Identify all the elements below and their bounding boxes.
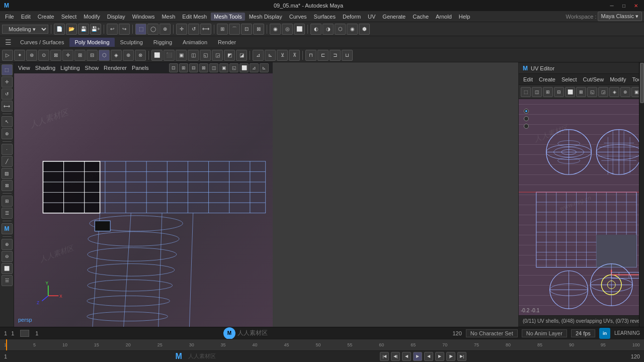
uv-menu-cutsew[interactable]: Cut/Sew [581, 76, 607, 83]
menu-edit[interactable]: Edit [18, 13, 34, 21]
menu-edit-mesh[interactable]: Edit Mesh [179, 13, 210, 21]
tool-icon-19[interactable]: ◩ [224, 50, 235, 61]
tool-icon-16[interactable]: ◫ [188, 50, 199, 61]
uv-tb-4[interactable]: ⊟ [554, 87, 564, 97]
tool-icon-9[interactable]: ⬡ [99, 50, 110, 61]
tab-rigging[interactable]: Rigging [148, 38, 177, 47]
lt-scale[interactable]: ⟷ [2, 101, 13, 112]
vp-menu-panels[interactable]: Panels [132, 65, 149, 71]
snap-point-btn[interactable]: ⊡ [241, 24, 252, 35]
workspace-dropdown[interactable]: Maya Classic ▾ [598, 12, 642, 21]
tool-icon-15[interactable]: ▣ [176, 50, 187, 61]
vp-menu-renderer[interactable]: Renderer [104, 65, 127, 71]
uv-tb-8[interactable]: ◲ [598, 87, 608, 97]
tool-icon-11[interactable]: ⊕ [123, 50, 134, 61]
snap-curve-btn[interactable]: ⌒ [229, 24, 240, 35]
vp-tool9[interactable]: ⊿ [250, 63, 259, 72]
timeline-ruler[interactable]: 1510152025 303540455055 606570758085 909… [0, 339, 644, 350]
menu-mesh-tools[interactable]: Mesh Tools [211, 13, 245, 21]
lt-plus[interactable]: ⊕ [2, 239, 13, 250]
learning-label[interactable]: LEARNING [614, 330, 640, 336]
vp-tool3[interactable]: ⊟ [189, 63, 198, 72]
play-reverse-btn[interactable]: ◀ [424, 352, 433, 361]
render-btn[interactable]: ◉ [270, 24, 281, 35]
vp-tool8[interactable]: ⬜ [239, 63, 249, 72]
menu-windows[interactable]: Windows [129, 13, 158, 21]
go-start-btn[interactable]: |◀ [380, 352, 389, 361]
next-key-btn[interactable]: |▶ [446, 352, 455, 361]
snap-grid-btn[interactable]: ⊞ [217, 24, 228, 35]
tab-render[interactable]: Render [213, 38, 241, 47]
menu-modify[interactable]: Modify [80, 13, 103, 21]
lt-face[interactable]: ▨ [2, 168, 13, 179]
lt-paint[interactable]: ⊕ [2, 128, 13, 139]
menu-display[interactable]: Display [104, 13, 128, 21]
maximize-btn[interactable]: □ [620, 2, 628, 10]
menu-create[interactable]: Create [35, 13, 57, 21]
lt-edge[interactable]: ╱ [2, 156, 13, 167]
lt-box[interactable]: ⬜ [2, 263, 13, 274]
next-frame-btn[interactable]: ▶ [435, 352, 444, 361]
vp-tool1[interactable]: ⊡ [169, 63, 178, 72]
rough-btn[interactable]: ⬢ [359, 24, 370, 35]
undo-btn[interactable]: ↩ [107, 24, 118, 35]
minimize-btn[interactable]: ─ [608, 2, 616, 10]
lt-move[interactable]: ✛ [2, 76, 13, 87]
scale-btn[interactable]: ⟷ [200, 24, 211, 35]
tool-icon-13[interactable]: ⬜ [151, 50, 163, 61]
lt-grid[interactable]: ⊞ [2, 196, 13, 207]
lt-cursor[interactable]: ↖ [2, 116, 13, 127]
uv-tb-6[interactable]: ⊠ [576, 87, 586, 97]
move-btn[interactable]: ✛ [176, 24, 187, 35]
tool-icon-10[interactable]: ◈ [111, 50, 122, 61]
tool-icon-24[interactable]: ⊼ [289, 50, 300, 61]
menu-surfaces[interactable]: Surfaces [311, 13, 339, 21]
uv-tb-10[interactable]: ⊗ [620, 87, 630, 97]
vp-menu-shading[interactable]: Shading [35, 65, 55, 71]
uv-tb-7[interactable]: ◱ [587, 87, 597, 97]
close-btn[interactable]: ✕ [632, 2, 640, 10]
tool-icon-1[interactable]: ▷ [2, 50, 13, 61]
uv-tb-3[interactable]: ⊞ [543, 87, 553, 97]
tool-icon-2[interactable]: ✦ [14, 50, 25, 61]
tab-curves-surfaces[interactable]: Curves / Surfaces [15, 38, 69, 47]
vp-tool2[interactable]: ⊞ [179, 63, 188, 72]
uv-tb-2[interactable]: ◫ [532, 87, 542, 97]
uv-tb-5[interactable]: ⬜ [565, 87, 575, 97]
tool-icon-14[interactable]: ⬛ [164, 50, 175, 61]
redo-btn[interactable]: ↪ [119, 24, 130, 35]
tool-icon-18[interactable]: ◲ [212, 50, 223, 61]
uv-tb-1[interactable]: ⬚ [521, 87, 531, 97]
menu-arnold[interactable]: Arnold [433, 13, 455, 21]
tool-icon-25[interactable]: ⊓ [305, 50, 316, 61]
lt-layers2[interactable]: ☱ [2, 275, 13, 286]
vp-tool6[interactable]: ▣ [219, 63, 228, 72]
tool-icon-4[interactable]: ⊙ [38, 50, 49, 61]
no-anim-layer[interactable]: No Anim Layer [522, 329, 567, 337]
lt-minus[interactable]: ⊖ [2, 251, 13, 262]
tool-icon-22[interactable]: ⊾ [265, 50, 276, 61]
linkedin-icon[interactable]: in [599, 328, 610, 339]
ipr-btn[interactable]: ◎ [282, 24, 293, 35]
vp-tool10[interactable]: ⊾ [260, 63, 269, 72]
lt-layer[interactable]: ☰ [2, 208, 13, 219]
select-btn[interactable]: ⬚ [135, 24, 146, 35]
play-btn[interactable]: ▶ [413, 352, 422, 361]
lasso-btn[interactable]: ◯ [147, 24, 158, 35]
tool-icon-17[interactable]: ◱ [200, 50, 211, 61]
menu-help[interactable]: Help [456, 13, 473, 21]
sidebar-toggle[interactable]: ☰ [2, 38, 15, 46]
uv-canvas[interactable]: 人人素材区 www.rrcg.cn -0.2 -0.1 [519, 99, 644, 315]
menu-mesh[interactable]: Mesh [158, 13, 178, 21]
menu-select[interactable]: Select [58, 13, 80, 21]
display-render-btn[interactable]: ⬜ [294, 24, 305, 35]
mode-dropdown[interactable]: Modeling ▾ [2, 25, 48, 34]
vp-tool5[interactable]: ◫ [209, 63, 218, 72]
new-scene-btn[interactable]: 📄 [54, 24, 65, 35]
prev-key-btn[interactable]: ◀| [391, 352, 400, 361]
menu-uv[interactable]: UV [365, 13, 378, 21]
rotate-btn[interactable]: ↺ [188, 24, 199, 35]
save-inc-btn[interactable]: 💾+ [90, 24, 101, 35]
tool-icon-23[interactable]: ⊻ [277, 50, 288, 61]
tab-poly-modeling[interactable]: Poly Modeling [69, 38, 114, 47]
